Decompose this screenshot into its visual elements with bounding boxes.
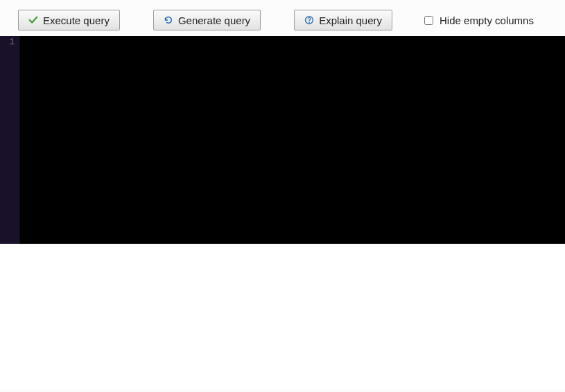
line-number-gutter: 1 <box>0 36 19 244</box>
execute-query-label: Execute query <box>43 15 110 26</box>
sql-editor-scroll[interactable]: 1 <box>0 36 565 244</box>
hide-empty-columns-checkbox[interactable]: Hide empty columns <box>421 14 534 27</box>
check-icon <box>28 15 38 25</box>
execute-query-button[interactable]: Execute query <box>18 10 120 30</box>
sql-code-input[interactable] <box>19 36 565 244</box>
refresh-icon <box>164 15 173 25</box>
results-panel <box>0 244 565 389</box>
generate-query-button[interactable]: Generate query <box>153 10 261 30</box>
help-icon <box>304 15 314 25</box>
query-toolbar: Execute query Generate query Explain que… <box>0 0 565 36</box>
explain-query-button[interactable]: Explain query <box>294 10 392 30</box>
sql-editor: 1 <box>0 36 565 244</box>
svg-point-1 <box>308 22 310 24</box>
explain-query-label: Explain query <box>319 15 382 26</box>
hide-empty-columns-input[interactable] <box>424 16 433 25</box>
line-number: 1 <box>0 37 15 47</box>
hide-empty-columns-label: Hide empty columns <box>440 15 534 26</box>
generate-query-label: Generate query <box>178 15 250 26</box>
